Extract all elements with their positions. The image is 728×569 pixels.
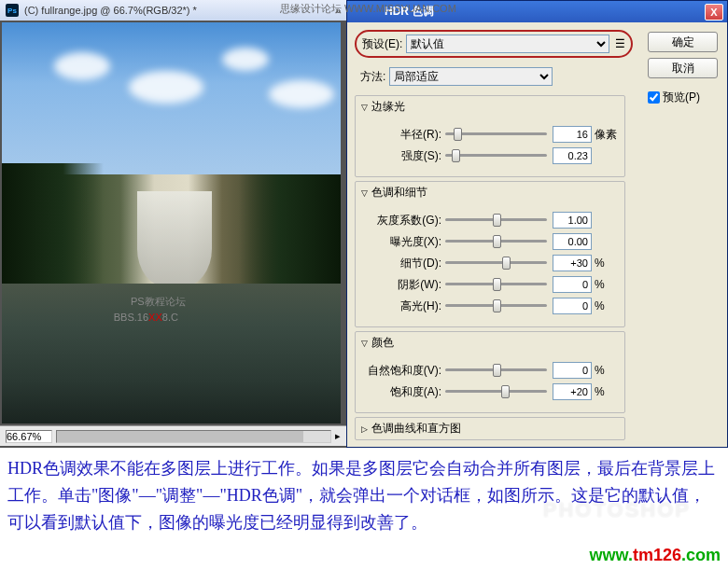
cancel-button[interactable]: 取消 xyxy=(648,58,718,78)
collapse-icon: ▽ xyxy=(361,103,368,112)
radius-unit: 像素 xyxy=(595,127,617,143)
section-curve: ▷ 色调曲线和直方图 xyxy=(355,417,625,440)
saturation-label: 饱和度(A): xyxy=(363,384,445,400)
highlight-slider[interactable] xyxy=(445,298,547,314)
document-title: (C) fullrange.jpg @ 66.7%(RGB/32*) * xyxy=(24,5,197,16)
section-title: 色调曲线和直方图 xyxy=(371,421,461,437)
highlight-label: 高光(H): xyxy=(363,298,445,314)
section-header-tone-detail[interactable]: ▽ 色调和细节 xyxy=(356,182,624,203)
scroll-right-icon[interactable]: ▸ xyxy=(335,430,341,442)
section-title: 色调和细节 xyxy=(371,185,427,201)
site-watermark: www.tm126.com xyxy=(590,546,721,565)
exposure-label: 曝光度(X): xyxy=(363,234,445,250)
photoshop-watermark: PHOTOSHOP xyxy=(543,498,691,522)
shadow-slider[interactable] xyxy=(445,276,547,293)
preview-checkbox-row[interactable]: 预览(P) xyxy=(648,90,718,105)
highlight-input[interactable] xyxy=(553,298,592,314)
section-edge-glow: ▽ 边缘光 半径(R): 像素 强度(S): xyxy=(355,95,625,177)
strength-label: 强度(S): xyxy=(363,148,445,164)
preset-row: 预设(E): 默认值 ☰ xyxy=(355,30,633,58)
gray-label: 灰度系数(G): xyxy=(363,213,445,229)
shadow-input[interactable] xyxy=(553,276,592,293)
shadow-unit: % xyxy=(595,278,617,291)
vibrance-unit: % xyxy=(595,364,617,377)
method-label: 方法: xyxy=(360,69,385,85)
section-tone-detail: ▽ 色调和细节 灰度系数(G): 曝光度(X): xyxy=(355,181,625,327)
zoom-input[interactable] xyxy=(6,430,52,443)
vibrance-input[interactable] xyxy=(553,362,592,379)
radius-label: 半径(R): xyxy=(363,127,445,143)
preset-select[interactable]: 默认值 xyxy=(406,35,609,53)
radius-input[interactable] xyxy=(553,126,592,143)
preset-label: 预设(E): xyxy=(362,36,402,52)
close-button[interactable]: X xyxy=(705,4,723,21)
exposure-slider[interactable] xyxy=(445,233,547,250)
photoshop-icon: Ps xyxy=(6,4,19,17)
hdr-toning-dialog: HDR 色调 X 预设(E): 默认值 ☰ 确定 取消 预览(P) 方法: 局部… xyxy=(346,0,728,448)
exposure-input[interactable] xyxy=(553,233,592,250)
strength-slider[interactable] xyxy=(445,147,547,164)
section-title: 颜色 xyxy=(371,335,394,351)
page-watermark: 思缘设计论坛 WWW.MISSYUAN.COM xyxy=(280,2,456,16)
radius-slider[interactable] xyxy=(445,126,547,143)
saturation-unit: % xyxy=(595,385,617,398)
gray-input[interactable] xyxy=(553,212,592,229)
image-watermark-2: BBS.16XX8.C xyxy=(114,312,178,323)
strength-input[interactable] xyxy=(553,147,592,164)
collapse-icon: ▽ xyxy=(361,188,368,198)
gray-slider[interactable] xyxy=(445,212,547,229)
section-header-color[interactable]: ▽ 颜色 xyxy=(356,332,624,354)
canvas-area[interactable]: PS教程论坛 BBS.16XX8.C xyxy=(2,22,344,423)
vibrance-slider[interactable] xyxy=(445,362,547,379)
saturation-input[interactable] xyxy=(553,383,592,400)
section-color: ▽ 颜色 自然饱和度(V): % 饱和度(A): % xyxy=(355,331,625,413)
expand-icon: ▷ xyxy=(361,424,368,434)
shadow-label: 阴影(W): xyxy=(363,277,445,293)
detail-label: 细节(D): xyxy=(363,256,445,271)
tutorial-caption: HDR色调效果不能在多图层上进行工作。如果是多图层它会自动合并所有图层，最后在背… xyxy=(7,455,721,535)
status-bar: ▸ xyxy=(0,425,346,446)
section-header-curve[interactable]: ▷ 色调曲线和直方图 xyxy=(356,418,624,439)
vibrance-label: 自然饱和度(V): xyxy=(363,363,445,379)
photoshop-document-window: Ps (C) fullrange.jpg @ 66.7%(RGB/32*) * … xyxy=(0,0,346,448)
preset-menu-icon[interactable]: ☰ xyxy=(615,37,625,50)
detail-unit: % xyxy=(595,257,617,270)
method-select[interactable]: 局部适应 xyxy=(389,67,553,86)
detail-input[interactable] xyxy=(553,255,592,271)
preview-label: 预览(P) xyxy=(663,90,700,105)
saturation-slider[interactable] xyxy=(445,383,547,400)
image-watermark-1: PS教程论坛 xyxy=(131,295,186,309)
detail-slider[interactable] xyxy=(445,255,547,271)
horizontal-scrollbar[interactable] xyxy=(56,430,331,443)
highlight-unit: % xyxy=(595,299,617,312)
collapse-icon: ▽ xyxy=(361,339,368,348)
canvas-image: PS教程论坛 BBS.16XX8.C xyxy=(2,22,341,423)
preview-checkbox[interactable] xyxy=(648,91,660,104)
ok-button[interactable]: 确定 xyxy=(648,32,718,52)
section-title: 边缘光 xyxy=(371,99,405,115)
section-header-edge-glow[interactable]: ▽ 边缘光 xyxy=(356,96,624,118)
